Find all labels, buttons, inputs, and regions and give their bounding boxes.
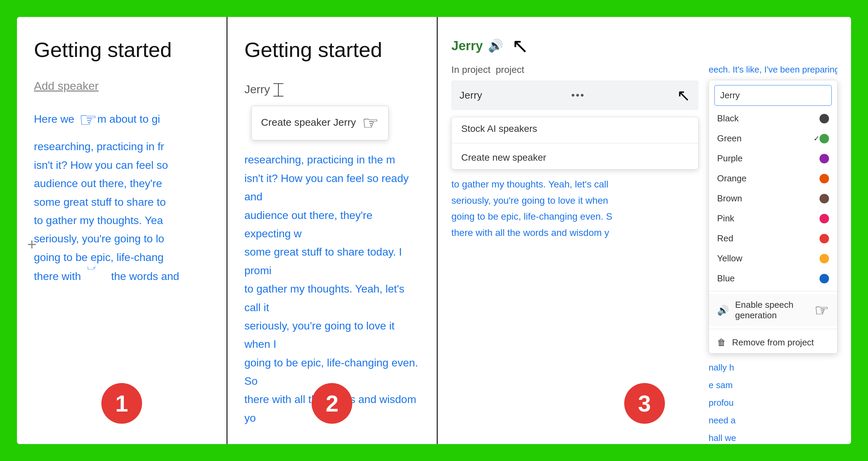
in-project-text: In project project — [451, 64, 698, 75]
trash-icon: 🗑 — [717, 337, 726, 348]
color-item-green[interactable]: Green ✓ — [709, 128, 837, 148]
remove-label: Remove from project — [732, 337, 814, 348]
panel3-left: In project project Jerry ••• ↖ Stock AI … — [451, 64, 698, 444]
color-list: Black Green ✓ Purple Orange Brown Pink R… — [709, 108, 837, 288]
color-item-brown[interactable]: Brown — [709, 188, 837, 208]
color-label-brown: Brown — [717, 193, 820, 204]
dots-menu-button[interactable]: ••• — [571, 89, 585, 101]
main-container: Getting started Add speaker Here we ☞m a… — [17, 17, 851, 444]
cursor-arrow-up: ↖ — [512, 34, 529, 58]
enable-speech-label: Enable speech generation — [735, 300, 805, 321]
color-dot-yellow — [820, 254, 829, 263]
color-item-yellow[interactable]: Yellow — [709, 248, 837, 268]
color-dropdown-panel: Black Green ✓ Purple Orange Brown Pink R… — [709, 80, 837, 354]
speaker-icon: 🔊 — [488, 39, 503, 53]
color-item-orange[interactable]: Orange — [709, 168, 837, 188]
create-speaker-label: Create speaker Jerry — [261, 117, 356, 128]
text-cursor-2: ⌶ — [273, 79, 283, 99]
color-item-blue[interactable]: Blue — [709, 268, 837, 288]
add-speaker-link[interactable]: Add speaker — [34, 79, 210, 93]
panel-2-title: Getting started — [244, 37, 420, 62]
speech-gen-icon: 🔊 — [717, 305, 729, 316]
color-item-black[interactable]: Black — [709, 108, 837, 128]
color-item-red[interactable]: Red — [709, 228, 837, 248]
speaker-name-input[interactable] — [714, 85, 832, 106]
color-label-purple: Purple — [717, 153, 820, 164]
step-badge-1: 1 — [101, 383, 142, 424]
color-check-icon: ✓ — [813, 134, 820, 143]
color-label-orange: Orange — [717, 173, 820, 184]
plus-add-icon[interactable]: + — [27, 235, 37, 254]
color-dot-pink — [820, 214, 829, 223]
color-dot-black — [820, 114, 829, 123]
step-badge-2: 2 — [312, 383, 352, 424]
color-label-pink: Pink — [717, 213, 820, 224]
color-label-black: Black — [717, 113, 820, 124]
panel-3-body: to gather my thoughts. Yeah, let's call … — [451, 176, 698, 241]
dropdown-name-section — [709, 80, 837, 108]
cursor-hand-1b: ☞ — [86, 266, 101, 280]
color-label-green: Green — [717, 133, 810, 144]
color-dot-blue — [820, 274, 829, 283]
color-label-yellow: Yellow — [717, 253, 820, 264]
panel-2: Getting started Jerry ⌶ Create speaker J… — [228, 17, 438, 444]
speaker-header-3: Jerry 🔊 ↖ — [451, 34, 837, 58]
color-dot-purple — [820, 154, 829, 163]
jerry-row: Jerry ••• ↖ — [451, 80, 698, 110]
color-dot-red — [820, 234, 829, 243]
color-dot-green — [820, 134, 829, 143]
cursor-hand-speech: ☞ — [814, 301, 829, 320]
color-dot-brown — [820, 194, 829, 203]
panel3-right-body: nally h e sam profou need a hall we this… — [709, 359, 837, 444]
panel3-right: eech. It's like, I've been preparing for… — [709, 64, 837, 444]
speaker-label-2: Jerry ⌶ — [244, 79, 420, 99]
jerry-row-name: Jerry — [459, 89, 482, 101]
cursor-hand-1: ☞ — [79, 103, 97, 137]
color-label-red: Red — [717, 233, 820, 244]
speaker-name-green: Jerry — [451, 39, 483, 53]
create-speaker-popup[interactable]: Create speaker Jerry ☞ — [251, 106, 389, 140]
speaker-name-2: Jerry — [244, 83, 270, 96]
cursor-arrow-dots: ↖ — [677, 86, 690, 105]
remove-from-project-row[interactable]: 🗑 Remove from project — [709, 332, 837, 353]
panel3-right-header-text: eech. It's like, I've been preparing for… — [709, 64, 837, 75]
stock-ai-speakers-item[interactable]: Stock AI speakers — [452, 117, 698, 140]
cursor-hand-2: ☞ — [362, 112, 379, 134]
color-dot-orange — [820, 174, 829, 183]
panel-1-title: Getting started — [34, 37, 210, 62]
color-item-pink[interactable]: Pink — [709, 208, 837, 228]
panel-1-body: Here we ☞m about to gi researching, prac… — [34, 103, 210, 285]
panel-3: Jerry 🔊 ↖ In project project Jerry ••• ↖… — [438, 17, 851, 444]
enable-speech-row[interactable]: 🔊 Enable speech generation ☞ — [709, 294, 837, 326]
panel-1: Getting started Add speaker Here we ☞m a… — [17, 17, 228, 444]
speaker-submenu: Stock AI speakers Create new speaker — [451, 117, 698, 169]
create-new-speaker-item[interactable]: Create new speaker — [452, 146, 698, 169]
color-item-purple[interactable]: Purple — [709, 148, 837, 168]
step-badge-3: 3 — [624, 383, 665, 424]
color-label-blue: Blue — [717, 273, 820, 284]
